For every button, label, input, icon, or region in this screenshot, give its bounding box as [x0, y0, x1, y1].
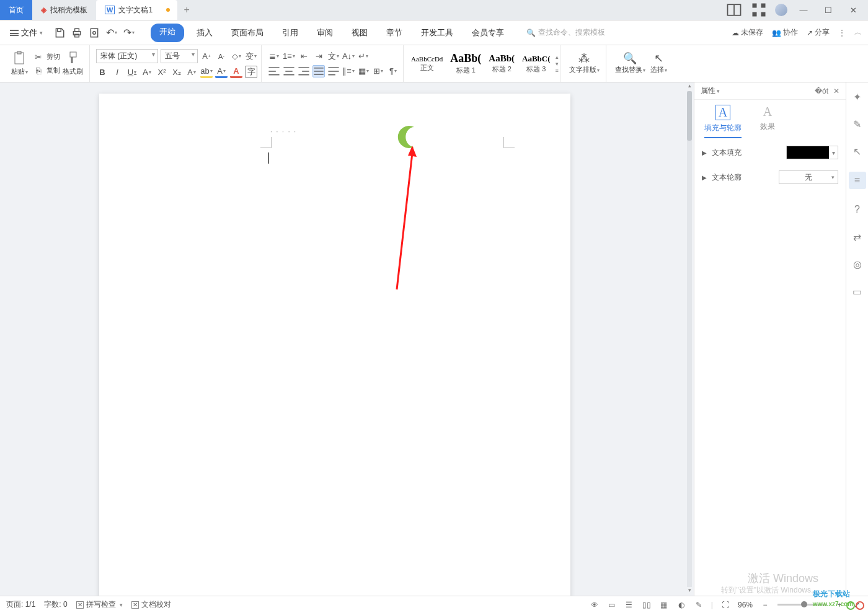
scroll-down-icon[interactable]: ▾ — [688, 587, 691, 596]
text-outline-select[interactable]: 无 — [779, 170, 838, 184]
text-fill-color[interactable]: ▾ — [786, 146, 838, 159]
align-right-icon[interactable] — [298, 65, 310, 77]
bold-button[interactable]: B — [96, 66, 108, 78]
reading-view-icon[interactable]: ▯▯ — [642, 600, 652, 610]
text-layout-button[interactable]: ⁂ 文字排版 — [567, 53, 602, 74]
spellcheck-toggle[interactable]: ✕拼写检查▾ — [76, 599, 123, 610]
redo-button[interactable]: ↷ — [123, 27, 135, 38]
scroll-thumb[interactable] — [687, 91, 692, 141]
select-button[interactable]: ↖ 选择 — [648, 53, 670, 74]
numbering-icon[interactable]: 1≡ — [283, 50, 295, 63]
decrease-font-icon[interactable]: A- — [215, 50, 228, 63]
collaborate-button[interactable]: 👥协作 — [772, 27, 798, 38]
tab-member[interactable]: 会员专享 — [466, 24, 510, 42]
superscript-button[interactable]: X² — [156, 66, 168, 78]
settings-sliders-icon[interactable]: ≡ — [849, 172, 866, 189]
expand-icon[interactable]: ▶ — [702, 174, 707, 181]
minimize-button[interactable]: — — [795, 1, 812, 19]
command-search[interactable]: 🔍 查找命令、搜索模板 — [526, 27, 605, 38]
cut-button[interactable]: ✂剪切 — [33, 51, 60, 63]
tab-review[interactable]: 审阅 — [311, 24, 339, 42]
text-effects-button[interactable]: A — [230, 66, 242, 78]
pin-icon[interactable]: �ót — [815, 87, 828, 95]
more-icon[interactable]: ⋮ — [838, 29, 846, 37]
increase-indent-icon[interactable]: ⇥ — [312, 50, 325, 63]
web-layout-icon[interactable]: ▦ — [659, 600, 669, 610]
decrease-indent-icon[interactable]: ⇤ — [298, 50, 310, 63]
tab-references[interactable]: 引用 — [276, 24, 304, 42]
document-area[interactable]: · · · · · ▴ ▾ — [0, 82, 694, 596]
increase-font-icon[interactable]: A+ — [200, 50, 213, 63]
tab-insert[interactable]: 插入 — [190, 24, 219, 42]
style-heading1[interactable]: AaBb(标题 1 — [446, 51, 485, 76]
font-name-select[interactable]: 宋体 (正文) — [96, 49, 158, 63]
style-heading2[interactable]: AaBb(标题 2 — [485, 52, 518, 75]
tab-start[interactable]: 开始 — [151, 24, 184, 42]
print-preview-icon[interactable] — [89, 27, 100, 38]
style-normal[interactable]: AaBbCcDd正文 — [407, 54, 446, 74]
align-justify-icon[interactable] — [312, 65, 325, 77]
style-heading3[interactable]: AaBbC(标题 3 — [518, 53, 554, 75]
collapse-ribbon-icon[interactable]: ︿ — [854, 27, 862, 38]
save-icon[interactable] — [54, 27, 65, 38]
strikethrough-button[interactable]: A̶ — [141, 66, 153, 78]
help-icon[interactable]: ? — [851, 203, 864, 216]
font-color-button[interactable]: A — [215, 66, 228, 78]
tab-add-button[interactable]: + — [177, 0, 196, 20]
zoom-out-icon[interactable]: − — [760, 600, 770, 610]
location-icon[interactable]: ◎ — [851, 257, 864, 271]
grid-apps-icon[interactable] — [750, 1, 768, 19]
focus-mode-icon[interactable]: ◐ — [676, 600, 686, 610]
scroll-track[interactable] — [687, 91, 692, 587]
page-view-icon[interactable]: ▭ — [607, 600, 617, 610]
panel-close-icon[interactable]: ✕ — [833, 87, 839, 95]
tab-view[interactable]: 视图 — [345, 24, 374, 42]
expand-icon[interactable]: ▶ — [702, 149, 707, 156]
zoom-level[interactable]: 96% — [738, 601, 753, 609]
translate-icon[interactable]: ⇄ — [851, 230, 864, 244]
styles-scroll[interactable]: ▴▾≡ — [554, 54, 559, 74]
word-count[interactable]: 字数: 0 — [44, 599, 67, 610]
char-border-button[interactable]: 字 — [245, 66, 257, 78]
format-painter-button[interactable]: 格式刷 — [60, 51, 86, 76]
line-spacing-icon[interactable]: ‖≡ — [342, 65, 355, 77]
clear-format-icon[interactable]: ◇ — [230, 50, 242, 63]
reading-mode-icon[interactable] — [725, 1, 743, 19]
align-left-icon[interactable] — [268, 65, 280, 77]
subscript-button[interactable]: X₂ — [170, 66, 183, 78]
print-icon[interactable] — [71, 27, 82, 38]
outline-view-icon[interactable]: ☰ — [624, 600, 634, 610]
close-button[interactable]: ✕ — [844, 1, 862, 19]
eye-icon[interactable]: 👁 — [590, 600, 600, 610]
tab-template[interactable]: ◈ 找稻壳模板 — [32, 0, 96, 20]
shading-icon[interactable]: ▦ — [357, 65, 370, 77]
page-indicator[interactable]: 页面: 1/1 — [6, 599, 35, 610]
file-menu-button[interactable]: 文件 ▾ — [6, 25, 46, 41]
underline-button[interactable]: U — [126, 66, 138, 78]
arrow-cursor-icon[interactable]: ↖ — [851, 144, 864, 158]
tab-fill-outline[interactable]: A填充与轮廓 — [704, 105, 742, 138]
sort-icon[interactable]: A↓ — [342, 50, 355, 63]
document-page[interactable]: · · · · · — [99, 94, 570, 596]
copy-button[interactable]: ⎘复制 — [33, 65, 60, 76]
borders-icon[interactable]: ⊞ — [372, 65, 384, 77]
tab-symbol-icon[interactable]: ↵ — [357, 50, 370, 63]
phonetic-guide-icon[interactable]: 变 — [245, 50, 257, 63]
undo-button[interactable]: ↶ — [106, 27, 117, 38]
proofread-button[interactable]: ✕文档校对 — [131, 599, 171, 610]
fit-width-icon[interactable]: ⛶ — [720, 600, 730, 610]
distribute-icon[interactable] — [327, 65, 340, 77]
pen-icon[interactable]: ✎ — [851, 117, 864, 131]
change-case-button[interactable]: A — [185, 66, 198, 78]
asian-layout-icon[interactable]: 文 — [327, 50, 340, 63]
vertical-scrollbar[interactable]: ▴ ▾ — [685, 82, 694, 596]
find-replace-button[interactable]: 🔍 查找替换 — [613, 53, 648, 74]
align-center-icon[interactable] — [283, 65, 295, 77]
sparkle-icon[interactable]: ✦ — [851, 90, 864, 104]
unsaved-indicator[interactable]: ☁未保存 — [732, 27, 763, 38]
tab-home[interactable]: 首页 — [0, 0, 32, 20]
font-size-select[interactable]: 五号 — [161, 49, 198, 63]
tab-layout[interactable]: 页面布局 — [225, 24, 270, 42]
highlight-button[interactable]: ab — [200, 66, 213, 78]
user-avatar[interactable] — [775, 4, 787, 16]
